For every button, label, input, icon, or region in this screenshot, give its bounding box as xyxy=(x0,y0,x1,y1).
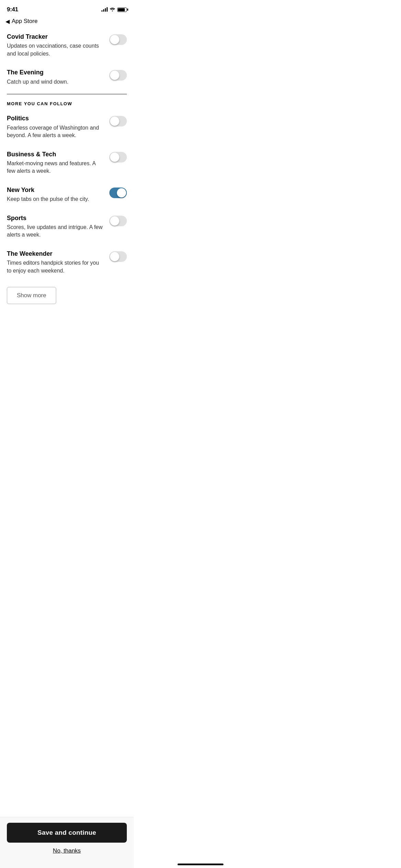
toggle-the-weekender[interactable] xyxy=(109,251,127,262)
toggle-knob-the-weekender xyxy=(110,252,119,261)
item-desc-business-tech: Market-moving news and features. A few a… xyxy=(7,160,104,175)
toggle-covid-tracker[interactable] xyxy=(109,34,127,45)
item-desc-new-york: Keep tabs on the pulse of the city. xyxy=(7,195,104,203)
list-item: Covid Tracker Updates on vaccinations, c… xyxy=(7,27,127,63)
status-bar: 9:41 xyxy=(0,0,134,16)
toggle-knob-covid-tracker xyxy=(110,35,119,44)
toggle-knob-politics xyxy=(110,117,119,126)
item-desc-the-evening: Catch up and wind down. xyxy=(7,78,104,86)
list-item: New York Keep tabs on the pulse of the c… xyxy=(7,181,127,209)
item-desc-politics: Fearless coverage of Washington and beyo… xyxy=(7,124,104,140)
item-text-new-york: New York Keep tabs on the pulse of the c… xyxy=(7,186,109,203)
item-text-sports: Sports Scores, live updates and intrigue… xyxy=(7,214,109,239)
toggle-business-tech[interactable] xyxy=(109,152,127,162)
item-title-new-york: New York xyxy=(7,186,104,194)
content: Covid Tracker Updates on vaccinations, c… xyxy=(0,27,134,369)
toggle-sports[interactable] xyxy=(109,216,127,226)
item-title-politics: Politics xyxy=(7,114,104,122)
show-more-button[interactable]: Show more xyxy=(7,287,56,304)
back-button[interactable]: ◀ App Store xyxy=(5,18,38,25)
item-desc-sports: Scores, live updates and intrigue. A few… xyxy=(7,224,104,239)
toggle-knob-sports xyxy=(110,216,119,226)
status-time: 9:41 xyxy=(7,6,18,13)
list-item: Business & Tech Market-moving news and f… xyxy=(7,145,127,181)
battery-icon xyxy=(117,8,127,12)
nav-bar: ◀ App Store xyxy=(0,16,134,27)
list-item: Sports Scores, live updates and intrigue… xyxy=(7,209,127,244)
item-title-sports: Sports xyxy=(7,214,104,222)
item-title-business-tech: Business & Tech xyxy=(7,150,104,158)
back-label: App Store xyxy=(12,18,38,25)
list-item: Politics Fearless coverage of Washington… xyxy=(7,109,127,145)
toggle-politics[interactable] xyxy=(109,116,127,126)
item-text-covid-tracker: Covid Tracker Updates on vaccinations, c… xyxy=(7,33,109,58)
toggle-knob-new-york xyxy=(117,188,126,197)
signal-icon xyxy=(101,8,108,12)
status-icons xyxy=(101,7,127,12)
toggle-knob-business-tech xyxy=(110,153,119,162)
toggle-new-york[interactable] xyxy=(109,188,127,198)
section-header: MORE YOU CAN FOLLOW xyxy=(7,101,127,106)
list-item: The Weekender Times editors handpick sto… xyxy=(7,244,127,280)
list-item: The Evening Catch up and wind down. xyxy=(7,63,127,91)
item-desc-the-weekender: Times editors handpick stories for you t… xyxy=(7,259,104,275)
item-title-covid-tracker: Covid Tracker xyxy=(7,33,104,41)
item-text-politics: Politics Fearless coverage of Washington… xyxy=(7,114,109,139)
toggle-knob-the-evening xyxy=(110,71,119,80)
item-text-business-tech: Business & Tech Market-moving news and f… xyxy=(7,150,109,175)
back-chevron-icon: ◀ xyxy=(5,18,10,25)
item-title-the-weekender: The Weekender xyxy=(7,250,104,258)
item-title-the-evening: The Evening xyxy=(7,69,104,76)
toggle-the-evening[interactable] xyxy=(109,70,127,81)
item-text-the-weekender: The Weekender Times editors handpick sto… xyxy=(7,250,109,275)
section-divider xyxy=(7,94,127,95)
item-text-the-evening: The Evening Catch up and wind down. xyxy=(7,69,109,86)
item-desc-covid-tracker: Updates on vaccinations, case counts and… xyxy=(7,42,104,58)
wifi-icon xyxy=(110,7,115,12)
